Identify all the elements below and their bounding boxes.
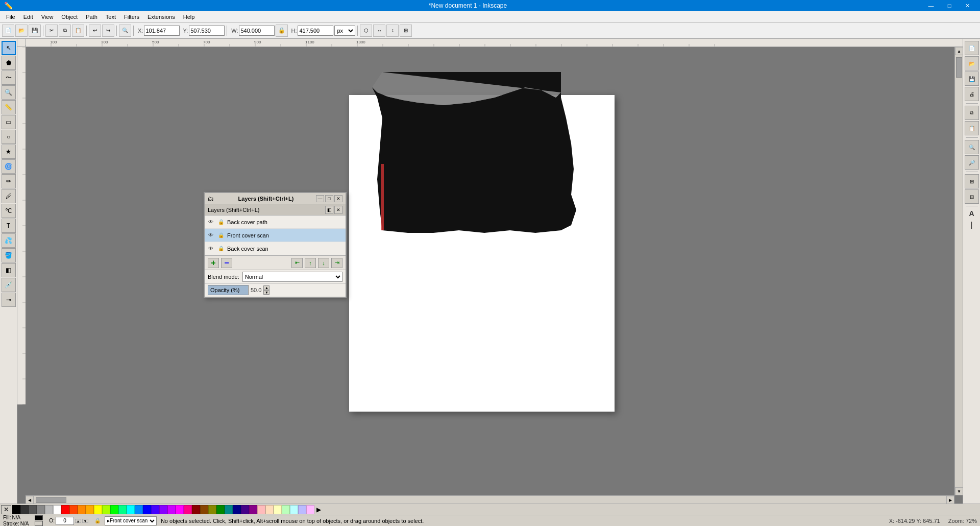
color-dark-violet[interactable]	[241, 505, 249, 514]
color-dark-green[interactable]	[216, 505, 225, 514]
new-button[interactable]: 📄	[2, 25, 14, 37]
layers-close-button[interactable]: ✕	[334, 195, 342, 202]
paste-button[interactable]: 📋	[72, 25, 84, 37]
color-light-yellow[interactable]	[274, 505, 282, 514]
color-red[interactable]	[61, 505, 69, 514]
hscroll-thumb[interactable]	[36, 497, 66, 503]
opacity-down-button[interactable]: ▼	[263, 290, 270, 295]
lock-ratio-button[interactable]: 🔒	[276, 25, 288, 37]
scroll-right-button[interactable]: ▶	[946, 496, 954, 504]
menu-help[interactable]: Help	[179, 13, 199, 21]
layer-up-button[interactable]: ↑	[305, 258, 316, 268]
align-button[interactable]: ⊞	[400, 25, 412, 37]
color-amber[interactable]	[86, 505, 94, 514]
color-yellow-green[interactable]	[102, 505, 110, 514]
connector-tool[interactable]: ⊸	[2, 293, 16, 307]
circle-tool[interactable]: ○	[2, 130, 16, 144]
color-light-blue[interactable]	[298, 505, 306, 514]
open-button[interactable]: 📂	[15, 25, 28, 37]
color-light-magenta[interactable]	[306, 505, 314, 514]
color-brown[interactable]	[200, 505, 208, 514]
status-opacity-up[interactable]: ▲	[75, 519, 81, 523]
color-light-green[interactable]	[282, 505, 290, 514]
layer-lock-icon[interactable]: 🔒	[217, 218, 225, 226]
menu-view[interactable]: View	[37, 13, 58, 21]
dropper-tool[interactable]: 💉	[2, 278, 16, 292]
layers-panel-titlebar[interactable]: 🗂 Layers (Shift+Ctrl+L) — □ ✕	[205, 193, 346, 204]
menu-edit[interactable]: Edit	[19, 13, 37, 21]
layer-down-button[interactable]: ↓	[318, 258, 329, 268]
layer-row-front-cover-scan[interactable]: 👁 🔒 Front cover scan	[205, 229, 346, 242]
color-purple[interactable]	[167, 505, 176, 514]
scroll-down-button[interactable]: ▼	[955, 487, 963, 495]
rect-tool[interactable]: ▭	[2, 115, 16, 129]
h-input[interactable]	[298, 26, 333, 36]
color-cyan[interactable]	[127, 505, 135, 514]
rp-paste-button[interactable]: 📋	[965, 121, 979, 135]
rp-new-button[interactable]: 📄	[965, 41, 979, 55]
unit-select[interactable]: px mm cm in	[334, 26, 355, 36]
blend-mode-select[interactable]: Normal Multiply Screen Overlay	[242, 272, 342, 282]
menu-path[interactable]: Path	[82, 13, 102, 21]
color-lightgray[interactable]	[45, 505, 53, 514]
minimize-button[interactable]: —	[923, 0, 939, 11]
node-tool[interactable]: ⬟	[2, 56, 16, 70]
menu-object[interactable]: Object	[57, 13, 82, 21]
text-tool[interactable]: T	[2, 219, 16, 233]
scroll-up-button[interactable]: ▲	[955, 47, 963, 55]
color-red-orange[interactable]	[69, 505, 78, 514]
pen-tool[interactable]: 🖊	[2, 189, 16, 203]
color-light-cyan[interactable]	[290, 505, 298, 514]
rp-zoom-out-button[interactable]: 🔎	[965, 155, 979, 170]
color-yellow[interactable]	[94, 505, 102, 514]
color-peach[interactable]	[265, 505, 274, 514]
menu-text[interactable]: Text	[102, 13, 120, 21]
x-input[interactable]	[144, 26, 180, 36]
color-dark-magenta[interactable]	[249, 505, 257, 514]
calligraphy-tool[interactable]: ℃	[2, 204, 16, 218]
star-tool[interactable]: ★	[2, 145, 16, 159]
layers-settings-button[interactable]: ✕	[334, 206, 342, 214]
fill-tool[interactable]: 🪣	[2, 248, 16, 262]
rp-open-button[interactable]: 📂	[965, 56, 979, 70]
color-dark-blue[interactable]	[233, 505, 241, 514]
y-input[interactable]	[189, 26, 225, 36]
color-light-pink[interactable]	[257, 505, 265, 514]
opacity-label-input[interactable]	[208, 285, 249, 295]
cut-button[interactable]: ✂	[45, 25, 58, 37]
zoom-in-button[interactable]: 🔍	[119, 25, 131, 37]
layer-row-back-cover-path[interactable]: 👁 🔒 Back cover path	[205, 216, 346, 229]
rp-ruler-button[interactable]: |	[970, 220, 974, 230]
layer-row-back-cover-scan[interactable]: 👁 🔒 Back cover scan	[205, 242, 346, 255]
layer-visibility-icon3[interactable]: 👁	[207, 245, 215, 253]
scroll-left-button[interactable]: ◀	[26, 496, 34, 504]
menu-extensions[interactable]: Extensions	[143, 13, 179, 21]
transform-button[interactable]: ⬡	[360, 25, 372, 37]
undo-button[interactable]: ↩	[89, 25, 101, 37]
zoom-tool[interactable]: 🔍	[2, 85, 16, 100]
vertical-scrollbar[interactable]: ▲ ▼	[954, 47, 963, 495]
status-layer-select[interactable]: ▸Front cover scan Back cover path Back c…	[105, 516, 157, 525]
status-opacity-input[interactable]	[56, 517, 74, 525]
measure-tool[interactable]: 📏	[2, 100, 16, 114]
palette-arrow-right[interactable]: ▶	[314, 505, 323, 514]
color-green-teal[interactable]	[118, 505, 127, 514]
color-indigo[interactable]	[151, 505, 159, 514]
color-green[interactable]	[110, 505, 118, 514]
layers-maximize-button[interactable]: □	[325, 195, 333, 202]
color-blue[interactable]	[143, 505, 151, 514]
no-fill-button[interactable]: ✕	[1, 505, 11, 514]
color-white[interactable]	[53, 505, 61, 514]
gradient-tool[interactable]: ◧	[2, 263, 16, 277]
save-button[interactable]: 💾	[29, 25, 41, 37]
color-darkgray[interactable]	[20, 505, 29, 514]
tweak-tool[interactable]: 〜	[2, 70, 16, 85]
copy-button[interactable]: ⧉	[59, 25, 71, 37]
status-opacity-down[interactable]: ▼	[82, 519, 88, 523]
color-gray[interactable]	[29, 505, 37, 514]
layers-minimize-button[interactable]: —	[316, 195, 324, 202]
rp-print-button[interactable]: 🖨	[965, 87, 979, 101]
rp-text-button[interactable]: A	[968, 208, 975, 219]
color-medgray[interactable]	[37, 505, 45, 514]
flip-h-button[interactable]: ↔	[373, 25, 385, 37]
